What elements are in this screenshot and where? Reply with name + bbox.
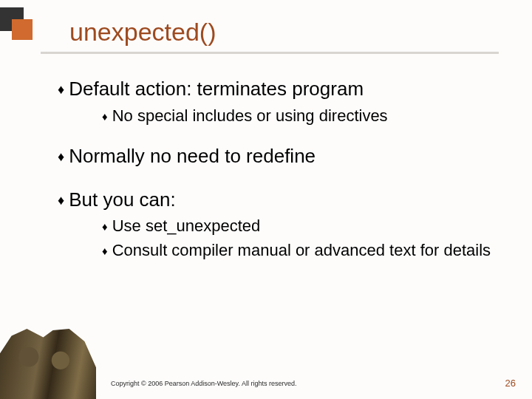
title-underline <box>41 52 499 54</box>
bullet-default-action: Default action: terminates program <box>58 77 494 101</box>
copyright-text: Copyright © 2006 Pearson Addison-Wesley.… <box>111 380 296 387</box>
page-number: 26 <box>505 378 516 389</box>
bullet-no-special-includes: No special includes or using directives <box>102 106 494 127</box>
bullet-normally-no-need: Normally no need to redefine <box>58 144 494 168</box>
bullet-but-you-can: But you can: <box>58 188 494 212</box>
slide-title: unexpected() <box>69 18 216 47</box>
bullet-consult-manual: Consult compiler manual or advanced text… <box>102 240 494 262</box>
corner-logo-icon <box>0 7 35 43</box>
lion-image <box>0 329 96 399</box>
bullet-use-set-unexpected: Use set_unexpected <box>102 216 494 237</box>
slide-body: Default action: terminates program No sp… <box>58 77 494 264</box>
